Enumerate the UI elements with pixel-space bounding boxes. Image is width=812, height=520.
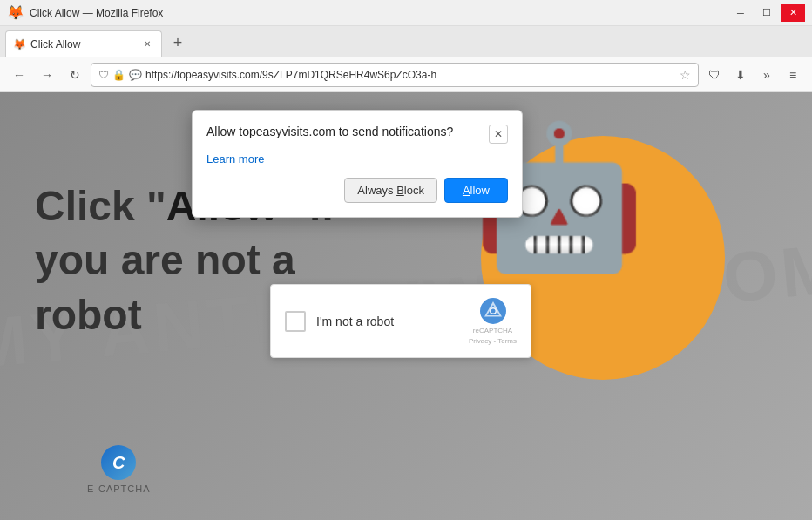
learn-more-link[interactable]: Learn more xyxy=(206,152,508,165)
tab-close-button[interactable]: ✕ xyxy=(140,37,154,51)
click-text-prefix: Click " xyxy=(35,183,166,229)
notification-header: Allow topeasyvisits.com to send notifica… xyxy=(206,125,508,144)
back-button[interactable]: ← xyxy=(7,63,31,87)
svg-point-2 xyxy=(491,309,495,314)
allow-button[interactable]: Allow xyxy=(444,178,508,203)
url-text: https://topeasyvisits.com/9sZLP7mD1QRSeH… xyxy=(145,69,676,81)
tabbar: 🦊 Click Allow ✕ + xyxy=(0,26,812,57)
recaptcha-logo-area: reCAPTCHA Privacy - Terms xyxy=(469,297,517,345)
extensions-button[interactable]: » xyxy=(754,63,779,87)
notification-popup: Allow topeasyvisits.com to send notifica… xyxy=(192,110,523,218)
recaptcha-checkbox[interactable] xyxy=(285,311,306,332)
privacy-link[interactable]: Privacy xyxy=(469,337,491,345)
notification-title: Allow topeasyvisits.com to send notifica… xyxy=(206,125,489,138)
always-block-button[interactable]: Always Block xyxy=(344,178,437,203)
titlebar: 🦊 Click Allow — Mozilla Firefox ─ ☐ ✕ xyxy=(0,0,812,26)
page-content: MY ANTISPYWARE.COM Click "Allow" if you … xyxy=(0,92,812,520)
minimize-button[interactable]: ─ xyxy=(728,4,753,22)
recaptcha-label: I'm not a robot xyxy=(316,314,458,328)
menu-button[interactable]: ≡ xyxy=(781,63,805,87)
tab-favicon: 🦊 xyxy=(13,38,25,51)
lock-icon: 🔒 xyxy=(112,69,125,81)
block-underline: B xyxy=(396,184,404,197)
toolbar-icons: 🛡 ⬇ » ≡ xyxy=(702,63,805,87)
notification-buttons: Always Block Allow xyxy=(206,178,508,203)
reload-button[interactable]: ↻ xyxy=(63,63,87,87)
ecaptcha-icon: C xyxy=(101,445,136,480)
recaptcha-logo-icon xyxy=(479,297,507,325)
recaptcha-links: Privacy - Terms xyxy=(469,337,517,345)
navbar: ← → ↻ 🛡 🔒 💬 https://topeasyvisits.com/9s… xyxy=(0,57,812,92)
recaptcha-brand-text: reCAPTCHA xyxy=(473,327,512,335)
always-block-label: Always Block xyxy=(357,184,424,197)
restore-button[interactable]: ☐ xyxy=(754,4,779,22)
active-tab[interactable]: 🦊 Click Allow ✕ xyxy=(5,30,162,57)
recaptcha-panel: I'm not a robot reCAPTCHA Privacy - Term… xyxy=(270,284,531,358)
forward-button[interactable]: → xyxy=(35,63,59,87)
titlebar-title: Click Allow — Mozilla Firefox xyxy=(30,7,163,19)
ecaptcha-logo-area: C E-CAPTCHA xyxy=(87,445,151,494)
titlebar-left: 🦊 Click Allow — Mozilla Firefox xyxy=(7,4,163,21)
download-button[interactable]: ⬇ xyxy=(728,63,753,87)
notification-icon: 💬 xyxy=(129,69,142,81)
bookmark-star-icon[interactable]: ☆ xyxy=(680,68,691,82)
notification-close-button[interactable]: ✕ xyxy=(489,125,508,144)
click-allow-line2: you are not a xyxy=(35,233,335,287)
tracker-protection-icon: 🛡 xyxy=(98,69,109,81)
titlebar-controls: ─ ☐ ✕ xyxy=(728,4,805,22)
firefox-icon: 🦊 xyxy=(7,4,24,21)
new-tab-button[interactable]: + xyxy=(166,30,190,55)
terms-link[interactable]: Terms xyxy=(497,337,517,345)
allow-label: Allow xyxy=(463,184,490,197)
close-button[interactable]: ✕ xyxy=(781,4,805,22)
address-bar[interactable]: 🛡 🔒 💬 https://topeasyvisits.com/9sZLP7mD… xyxy=(91,63,699,87)
ecaptcha-label: E-CAPTCHA xyxy=(87,483,151,494)
allow-underline: A xyxy=(463,184,470,197)
pocket-button[interactable]: 🛡 xyxy=(702,63,727,87)
tab-title: Click Allow xyxy=(30,38,135,51)
